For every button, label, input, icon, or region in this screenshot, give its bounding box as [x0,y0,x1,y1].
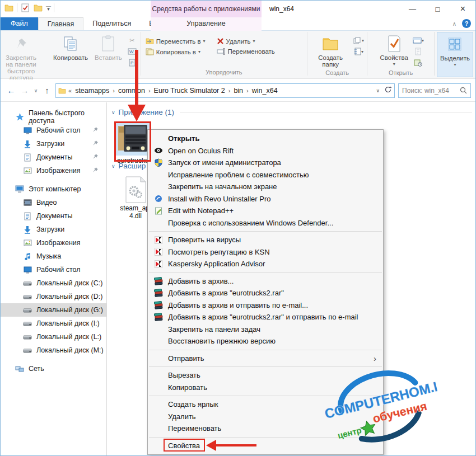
pin-icon [92,153,99,161]
menu-item[interactable]: Восстановить прежнюю версию [148,335,383,347]
collapse-ribbon-icon[interactable]: ∧ [452,21,456,27]
cut-icon[interactable]: ✂ [126,35,138,45]
sidebar-item[interactable]: Локальный диск (L:) [1,330,106,344]
sidebar-item[interactable]: Музыка [1,250,106,263]
delete-button[interactable]: Удалить▾ [217,37,275,45]
divider [54,3,54,12]
move-to-button[interactable]: Переместить в▾ [146,37,206,45]
menu-item[interactable]: Добавить в архив... [148,275,383,288]
sidebar-item[interactable]: Видео [1,196,106,209]
up-button[interactable]: ↑ [41,84,53,97]
menu-item[interactable]: Отправить› [148,352,383,365]
close-button[interactable]: × [450,1,475,17]
menu-item[interactable]: Закрепить на панели задач [148,323,383,336]
sidebar-item[interactable]: Документы [1,209,106,223]
properties-icon[interactable] [20,3,30,13]
sidebar-item[interactable]: Изображения [1,236,106,250]
sidebar-item[interactable]: Рабочий стол [1,263,106,276]
maximize-button[interactable]: □ [425,1,450,17]
breadcrumb-segment[interactable]: common [116,87,147,95]
menu-item[interactable]: Install with Revo Uninstaller Pro [148,193,383,205]
menu-item[interactable]: Open on Oculus Rift [148,145,383,157]
empty-icon [153,182,164,191]
history-icon[interactable] [412,58,424,68]
menu-item[interactable]: Добавить в архив "eurotrucks2.rar" и отп… [148,311,383,323]
address-bar[interactable]: «steamapps›common›Euro Truck Simulator 2… [55,83,395,98]
folder-icon[interactable] [4,3,14,13]
chevron-down-icon: ∨ [111,110,115,115]
rar-icon [153,313,164,322]
menu-item[interactable]: Открыть [148,133,383,145]
group-header-apps[interactable]: ∨ Приложение (1) [111,108,475,116]
tab-home[interactable]: Главная [38,17,84,30]
new-folder-button[interactable]: Создать папку [310,33,352,69]
sidebar-item[interactable]: Этот компьютер [1,182,106,196]
sidebar-item[interactable]: Сеть [1,362,106,375]
breadcrumb-segment[interactable]: Euro Truck Simulator 2 [152,87,227,95]
drive-icon [23,305,32,314]
clipboard-icon [99,35,117,53]
tab-manage[interactable]: Управление [151,17,262,31]
breadcrumb-segment[interactable]: bin [231,87,245,95]
easy-access-icon[interactable]: ▾ [352,46,365,57]
sidebar-item-label: Этот компьютер [29,185,81,193]
empty-icon [153,412,164,421]
sidebar-item[interactable]: Документы [1,151,106,164]
menu-item[interactable]: Посмотреть репутацию в KSN [148,246,383,258]
sidebar-item-label: Сеть [29,365,44,373]
menu-item[interactable]: Проверить на вирусы [148,234,383,246]
minimize-button[interactable]: — [400,1,425,17]
rename-button[interactable]: Переименовать [217,48,275,55]
customize-qat-dropdown[interactable]: —▾ [46,5,51,11]
edit-icon[interactable] [412,46,424,57]
network-icon [15,364,24,373]
sidebar-item[interactable]: Локальный диск (G:) [1,303,106,317]
menu-item[interactable]: Добавить в архив и отправить по e-mail..… [148,299,383,312]
search-input[interactable]: Поиск: win_x64 [398,83,471,98]
properties-arrow-annotation [206,440,256,451]
sidebar-item[interactable]: Загрузки [1,223,106,236]
sidebar-item[interactable]: Локальный диск (M:) [1,344,106,357]
menu-item[interactable]: Запуск от имени администратора [148,157,383,169]
sidebar-item[interactable]: Локальный диск (I:) [1,317,106,330]
menu-item[interactable]: Edit with Notepad++ [148,205,383,217]
sidebar-item[interactable]: Изображения [1,164,106,177]
breadcrumb-segment[interactable]: steamapps [73,87,111,95]
sidebar-item[interactable]: Локальный диск (D:) [1,290,106,303]
copy-to-button[interactable]: Копировать в▾ [146,48,206,55]
sidebar-item[interactable]: Загрузки [1,137,106,151]
app-tools-header: Средства работы с приложениями [151,1,262,17]
properties-button[interactable]: Свойства ▾ [377,33,411,69]
eye-icon [153,146,164,155]
recent-locations-dropdown[interactable]: ∨ [32,84,40,97]
refresh-icon[interactable] [384,86,392,95]
menu-item[interactable]: Исправление проблем с совместимостью [148,169,383,181]
forward-button[interactable]: → [18,84,31,97]
explorer-window: { "window": { "title": "win_x64", "app_t… [0,0,476,456]
tab-share[interactable]: Поделиться [83,17,140,30]
paste-button[interactable]: Вставить [92,33,125,63]
tab-file[interactable]: Файл [1,17,38,30]
sidebar-item[interactable]: Рабочий стол [1,124,106,137]
menu-item[interactable]: Добавить в архив "eurotrucks2.rar" [148,287,383,299]
help-icon[interactable]: ? [462,19,471,28]
address-row: ← → ∨ ↑ «steamapps›common›Euro Truck Sim… [1,79,475,102]
sidebar-item[interactable]: Панель быстрого доступа [1,110,106,124]
select-button[interactable]: Выделить ▾ [437,32,473,70]
address-dropdown-icon[interactable]: ∨ [376,88,380,93]
rar-icon [153,276,164,285]
open-icon[interactable]: ▾ [412,35,424,45]
breadcrumb: «steamapps›common›Euro Truck Simulator 2… [68,87,376,95]
music-icon [23,252,32,261]
sidebar-item[interactable]: Локальный диск (C:) [1,276,106,290]
back-button[interactable]: ← [5,84,17,97]
menu-item[interactable]: Kaspersky Application Advisor [148,258,383,270]
menu-item[interactable]: Закрепить на начальном экране [148,181,383,193]
breadcrumb-segment[interactable]: win_x64 [250,87,280,95]
copy-button[interactable]: Копировать [50,33,91,63]
menu-item[interactable]: Проверка с использованием Windows Defend… [148,217,383,229]
new-folder-icon[interactable] [33,3,43,13]
pin-to-quick-access-button[interactable]: Закрепить на панели быстрого доступа [3,33,39,83]
drive-icon [23,346,32,355]
new-item-icon[interactable]: ▾ [352,35,365,45]
